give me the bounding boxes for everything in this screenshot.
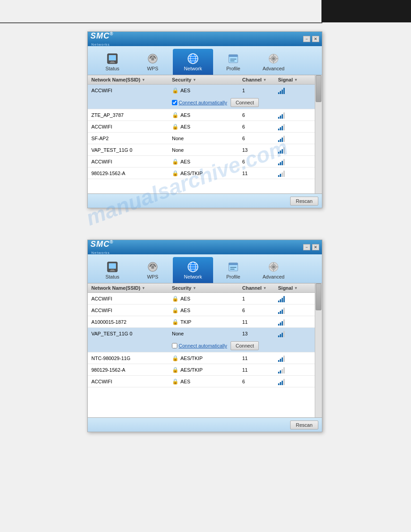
svg-rect-45 (273, 270, 274, 271)
channel-cell: 6 (242, 112, 278, 118)
tab-advanced-label-2: Advanced (263, 274, 285, 279)
tab-profile-1[interactable]: Profile (213, 49, 253, 75)
wps-icon-1 (146, 52, 159, 65)
svg-rect-39 (230, 267, 236, 268)
svg-rect-25 (109, 263, 116, 269)
col-ssid-header-1[interactable]: Network Name(SSID) ▼ (91, 77, 172, 82)
minimize-btn-2[interactable]: − (303, 244, 310, 250)
signal-cell (278, 307, 309, 314)
table-row[interactable]: ACCWIFI 🔒AES 6 (88, 121, 322, 133)
close-btn-2[interactable]: ✕ (312, 244, 319, 250)
tab-profile-2[interactable]: Profile (213, 257, 253, 283)
tab-wps-label-2: WPS (147, 274, 158, 279)
security-cell: 🔒AES (172, 124, 242, 130)
close-btn-1[interactable]: ✕ (312, 36, 319, 42)
scrollbar-thumb-1[interactable] (316, 75, 321, 102)
col-channel-header-1[interactable]: Channel ▼ (242, 77, 278, 82)
svg-rect-44 (273, 262, 274, 264)
window-panel-2: SMC® Networks − ✕ Status (87, 240, 322, 432)
tab-wps-1[interactable]: WPS (133, 49, 173, 75)
table-row[interactable]: NTC-980029-11G 🔒AES/TKIP 11 (88, 352, 322, 364)
svg-rect-14 (229, 55, 238, 57)
tab-network-label-2: Network (184, 274, 202, 279)
table-row[interactable]: A1000015-1872 🔒TKIP 11 (88, 316, 322, 328)
table-row[interactable]: VAP_TEST_11G 0 None 13 Conne (88, 328, 322, 352)
security-cell: 🔒AES (172, 296, 242, 302)
security-cell: None (172, 147, 242, 153)
security-cell: 🔒AES (172, 378, 242, 385)
table-row[interactable]: 980129-1562-A 🔒AES/TKIP 11 (88, 167, 322, 179)
ssid-cell: ACCWIFI (91, 159, 172, 164)
col-signal-header-2[interactable]: Signal ▼ (278, 285, 309, 291)
smc-logo-1: SMC® Networks (90, 31, 113, 47)
table-row[interactable]: 980129-1562-A 🔒AES/TKIP 11 (88, 364, 322, 376)
col-security-header-2[interactable]: Security ▼ (172, 285, 242, 291)
table-row[interactable]: ACCWIFI 🔒AES 6 (88, 156, 322, 167)
auto-connect-label-1[interactable]: Connect automatically (172, 100, 227, 105)
col-channel-header-2[interactable]: Channel ▼ (242, 285, 278, 291)
security-cell: 🔒AES/TKIP (172, 170, 242, 176)
table-container-1: Network Name(SSID) ▼ Security ▼ Channel … (88, 75, 322, 208)
table-row[interactable]: ACCWIFI 🔒 AES 1 (88, 85, 322, 109)
auto-connect-checkbox-2[interactable] (172, 343, 177, 348)
table-row[interactable]: ACCWIFI 🔒AES 6 (88, 376, 322, 387)
signal-cell (278, 112, 309, 119)
tab-status-2[interactable]: Status (92, 257, 133, 283)
scrollbar-thumb-2[interactable] (316, 283, 321, 310)
scrollbar-2[interactable] (315, 283, 322, 417)
tab-advanced-1[interactable]: Advanced (253, 49, 294, 75)
signal-cell (278, 87, 309, 94)
tab-network-2[interactable]: Network (173, 257, 213, 283)
smc-sub-2: Networks (91, 251, 110, 255)
ssid-cell: SF-AP2 (91, 136, 172, 141)
profile-icon-1 (227, 52, 240, 65)
row-expand-2: Connect automatically Connect (91, 339, 318, 352)
svg-rect-23 (276, 58, 278, 59)
col-security-header-1[interactable]: Security ▼ (172, 77, 242, 82)
signal-cell (278, 366, 309, 373)
svg-rect-1 (109, 55, 116, 60)
ssid-cell: A1000015-1872 (91, 319, 172, 325)
svg-rect-47 (276, 266, 278, 267)
smc-text-1: SMC® (90, 31, 113, 40)
scrollbar-1[interactable] (315, 75, 322, 193)
channel-cell: 11 (242, 171, 278, 176)
ssid-cell: ACCWIFI (91, 379, 172, 384)
col-signal-header-1[interactable]: Signal ▼ (278, 77, 309, 82)
tab-wps-2[interactable]: WPS (133, 257, 173, 283)
tab-status-1[interactable]: Status (92, 49, 133, 75)
rescan-button-1[interactable]: Rescan (290, 197, 318, 206)
tab-network-1[interactable]: Network (173, 49, 213, 75)
svg-rect-46 (269, 266, 271, 267)
svg-rect-27 (110, 270, 115, 271)
auto-connect-checkbox-1[interactable] (172, 100, 177, 105)
table-row[interactable]: ACCWIFI 🔒AES 6 (88, 305, 322, 316)
security-cell: 🔒AES/TKIP (172, 355, 242, 361)
table-container-2: Network Name(SSID) ▼ Security ▼ Channel … (88, 283, 322, 432)
rescan-button-2[interactable]: Rescan (290, 420, 318, 429)
auto-connect-label-2[interactable]: Connect automatically (172, 343, 227, 348)
nav-area-1: Status WPS (88, 46, 322, 75)
channel-cell: 6 (242, 159, 278, 164)
signal-cell (278, 330, 309, 337)
row-expand-1: Connect automatically Connect (91, 96, 318, 109)
svg-rect-30 (152, 264, 154, 266)
minimize-btn-1[interactable]: − (303, 36, 310, 42)
signal-cell (278, 123, 309, 130)
top-black-bar (321, 0, 411, 22)
title-bar-1: SMC® Networks − ✕ (88, 32, 322, 46)
window-controls-2: − ✕ (303, 244, 319, 250)
table-row[interactable]: SF-AP2 None 6 (88, 133, 322, 144)
connect-button-1[interactable]: Connect (231, 98, 259, 107)
signal-cell (278, 146, 309, 154)
tab-advanced-2[interactable]: Advanced (253, 257, 294, 283)
channel-cell: 1 (242, 296, 278, 301)
channel-cell: 6 (242, 124, 278, 129)
connect-button-2[interactable]: Connect (231, 341, 259, 350)
col-ssid-header-2[interactable]: Network Name(SSID) ▼ (91, 285, 172, 291)
table-row[interactable]: ZTE_AP_3787 🔒AES 6 (88, 109, 322, 121)
table-row[interactable]: VAP_TEST_11G 0 None 13 (88, 144, 322, 156)
security-cell: None (172, 331, 242, 336)
table-row[interactable]: ACCWIFI 🔒AES 1 (88, 293, 322, 305)
tab-advanced-label-1: Advanced (263, 66, 285, 71)
